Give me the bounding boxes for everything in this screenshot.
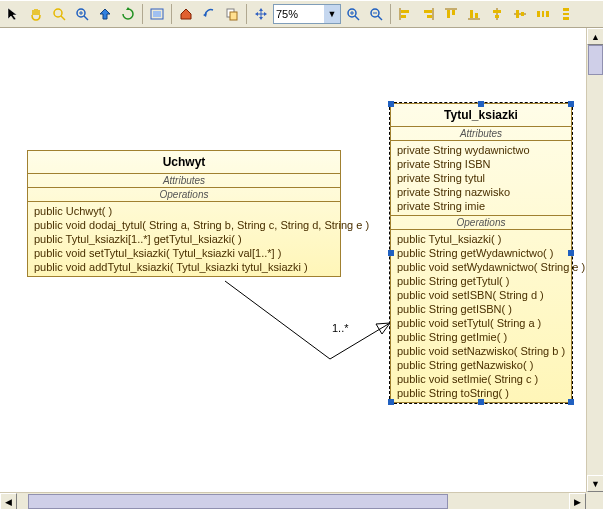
zoom-out-icon[interactable] — [94, 3, 116, 25]
svg-rect-35 — [516, 10, 519, 18]
uml-class-uchwyt[interactable]: Uchwyt Attributes Operations public Uchw… — [27, 150, 341, 277]
operations-header: Operations — [391, 216, 571, 230]
toolbar-separator — [246, 4, 247, 24]
magnify-plus-icon[interactable] — [342, 3, 364, 25]
zoom-area-icon[interactable] — [48, 3, 70, 25]
svg-line-17 — [378, 16, 382, 20]
uml-member: private String nazwisko — [397, 185, 565, 199]
scroll-corner — [586, 492, 603, 509]
uml-member: public Uchwyt( ) — [34, 204, 334, 218]
resize-handle[interactable] — [478, 399, 484, 405]
refresh-icon[interactable] — [117, 3, 139, 25]
align-top-icon[interactable] — [440, 3, 462, 25]
operations-list: public Tytul_ksiazki( )public String get… — [391, 230, 571, 402]
resize-handle[interactable] — [388, 250, 394, 256]
pointer-icon[interactable] — [2, 3, 24, 25]
svg-rect-24 — [427, 15, 432, 18]
zoom-in-icon[interactable] — [71, 3, 93, 25]
align-center-icon[interactable] — [486, 3, 508, 25]
uml-member: private String ISBN — [397, 157, 565, 171]
svg-rect-9 — [230, 12, 237, 20]
uml-class-tytul-ksiazki[interactable]: Tytul_ksiazki Attributes private String … — [390, 103, 572, 403]
scroll-up-icon[interactable]: ▲ — [587, 28, 603, 45]
align-left-icon[interactable] — [394, 3, 416, 25]
zoom-select[interactable]: ▼ — [273, 4, 341, 24]
move-icon[interactable] — [250, 3, 272, 25]
attributes-header: Attributes — [28, 174, 340, 188]
uml-member: public String toString( ) — [397, 386, 565, 400]
scroll-thumb[interactable] — [588, 45, 603, 75]
horizontal-scrollbar[interactable]: ◀ ▶ — [0, 492, 586, 509]
resize-handle[interactable] — [388, 101, 394, 107]
svg-line-13 — [355, 16, 359, 20]
attributes-list: private String wydawnictwoprivate String… — [391, 141, 571, 215]
diagram-canvas[interactable]: 1..* Uchwyt Attributes Operations public… — [0, 28, 586, 492]
class-name: Uchwyt — [28, 151, 340, 174]
attributes-header: Attributes — [391, 127, 571, 141]
distribute-h-icon[interactable] — [532, 3, 554, 25]
class-name: Tytul_ksiazki — [391, 104, 571, 127]
svg-rect-7 — [153, 11, 161, 17]
uml-member: public String getISBN( ) — [397, 302, 565, 316]
canvas-wrap: 1..* Uchwyt Attributes Operations public… — [0, 28, 603, 509]
svg-rect-36 — [521, 12, 524, 16]
svg-rect-37 — [537, 11, 540, 17]
svg-line-43 — [225, 281, 330, 359]
align-right-icon[interactable] — [417, 3, 439, 25]
uml-member: public void setImie( String c ) — [397, 372, 565, 386]
svg-rect-27 — [452, 10, 455, 15]
svg-rect-39 — [546, 11, 549, 17]
svg-point-0 — [54, 9, 62, 17]
resize-handle[interactable] — [568, 399, 574, 405]
resize-handle[interactable] — [388, 399, 394, 405]
chevron-down-icon[interactable]: ▼ — [324, 5, 340, 23]
uml-member: private String tytul — [397, 171, 565, 185]
toolbar-separator — [390, 4, 391, 24]
toolbar-separator — [142, 4, 143, 24]
svg-rect-40 — [563, 8, 569, 11]
uml-member: private String imie — [397, 199, 565, 213]
svg-rect-21 — [401, 15, 406, 18]
scroll-thumb[interactable] — [28, 494, 448, 509]
zoom-input[interactable] — [274, 6, 324, 22]
svg-rect-29 — [470, 10, 473, 18]
uml-member: public void setWydawnictwo( String e ) — [397, 260, 565, 274]
association-multiplicity: 1..* — [332, 322, 349, 334]
uml-member: public void setISBN( String d ) — [397, 288, 565, 302]
fit-icon[interactable] — [146, 3, 168, 25]
magnify-minus-icon[interactable] — [365, 3, 387, 25]
uml-member: public String getNazwisko( ) — [397, 358, 565, 372]
scroll-down-icon[interactable]: ▼ — [587, 475, 603, 492]
uml-member: public void setNazwisko( String b ) — [397, 344, 565, 358]
uml-member: public Tytul_ksiazki[1..*] getTytul_ksia… — [34, 232, 334, 246]
uml-member: public Tytul_ksiazki( ) — [397, 232, 565, 246]
svg-rect-30 — [475, 13, 478, 18]
svg-marker-45 — [376, 323, 390, 334]
app-root: ▼ 1..* Uchwyt Attributes Operat — [0, 0, 603, 509]
back-icon[interactable] — [198, 3, 220, 25]
pan-icon[interactable] — [25, 3, 47, 25]
svg-rect-20 — [401, 10, 409, 13]
align-bottom-icon[interactable] — [463, 3, 485, 25]
resize-handle[interactable] — [568, 250, 574, 256]
uml-member: public void addTytul_ksiazki( Tytul_ksia… — [34, 260, 334, 274]
copy-icon[interactable] — [221, 3, 243, 25]
uml-member: public void setTytul( String a ) — [397, 316, 565, 330]
align-middle-icon[interactable] — [509, 3, 531, 25]
vertical-scrollbar[interactable]: ▲ ▼ — [586, 28, 603, 492]
home-icon[interactable] — [175, 3, 197, 25]
uml-member: public String getTytul( ) — [397, 274, 565, 288]
scroll-left-icon[interactable]: ◀ — [0, 493, 17, 509]
scroll-right-icon[interactable]: ▶ — [569, 493, 586, 509]
uml-member: public String getImie( ) — [397, 330, 565, 344]
uml-member: private String wydawnictwo — [397, 143, 565, 157]
toolbar-separator — [171, 4, 172, 24]
uml-member: public void setTytul_ksiazki( Tytul_ksia… — [34, 246, 334, 260]
resize-handle[interactable] — [478, 101, 484, 107]
svg-rect-38 — [542, 11, 544, 17]
resize-handle[interactable] — [568, 101, 574, 107]
svg-rect-32 — [493, 10, 501, 13]
svg-line-1 — [61, 16, 65, 20]
distribute-v-icon[interactable] — [555, 3, 577, 25]
svg-rect-26 — [447, 10, 450, 18]
